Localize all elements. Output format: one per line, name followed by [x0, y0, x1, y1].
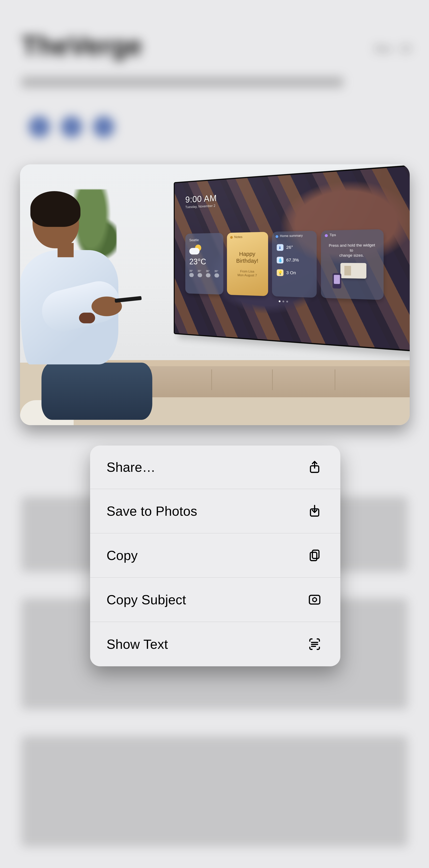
tips-dot-icon [325, 234, 328, 237]
menu-item-label: Save to Photos [107, 503, 197, 519]
home-dot-icon [276, 235, 278, 238]
home-row: 💡3 On [277, 269, 312, 277]
save-down-icon [305, 502, 324, 520]
light-icon: 💡 [277, 269, 284, 276]
note-from: From Lisa [231, 269, 263, 274]
note-dot-icon [230, 236, 233, 239]
tv-widget-tips: Tips Press and hold the widget tochange … [321, 229, 383, 300]
menu-item-label: Share… [107, 460, 155, 475]
menu-item-copy-subject[interactable]: Copy Subject [90, 577, 340, 622]
select-subject-icon [305, 590, 324, 609]
tv-clock-time: 9:00 AM [185, 193, 217, 205]
svg-rect-6 [309, 595, 320, 604]
menu-item-label: Copy [107, 548, 138, 563]
weather-icon [189, 245, 201, 256]
home-label: Home summary [280, 234, 303, 238]
svg-rect-4 [312, 550, 319, 558]
menu-item-share[interactable]: Share… [90, 445, 340, 489]
note-message: HappyBirthday! [231, 250, 263, 265]
weather-location: Seattle [189, 238, 219, 242]
note-date: Mon August 7 [231, 273, 263, 277]
blurred-subtitle [22, 77, 343, 88]
menu-item-label: Copy Subject [107, 592, 186, 608]
svg-point-7 [313, 598, 317, 602]
tips-illustration [330, 263, 374, 288]
tv-widget-pager [279, 301, 288, 303]
tv-widget-weather: Seattle 23°C 39° 35° 36° 35° [185, 233, 223, 295]
page-meta: Dec · 23 [374, 43, 411, 54]
live-text-icon [305, 635, 324, 653]
note-label: Notes [234, 235, 242, 239]
tv-widget-home: Home summary 🌡26° 💧67.3% 💡3 On [272, 231, 317, 298]
tips-label: Tips [330, 233, 336, 237]
share-icon [305, 458, 324, 476]
thermometer-icon: 🌡 [277, 244, 284, 251]
copy-icon [305, 546, 324, 565]
menu-item-label: Show Text [107, 637, 168, 652]
menu-item-save-to-photos[interactable]: Save to Photos [90, 489, 340, 533]
home-row: 🌡26° [277, 244, 312, 251]
scene-tv: 9:00 AM Tuesday, November 2 Seattle 23°C… [174, 164, 410, 353]
context-menu: Share… Save to Photos Copy Copy Subject … [90, 445, 340, 666]
blurred-background: TheVerge Dec · 23 [0, 0, 429, 868]
menu-item-copy[interactable]: Copy [90, 533, 340, 577]
weather-forecast: 39° 35° 36° 35° [189, 269, 219, 278]
home-row: 💧67.3% [277, 257, 312, 264]
tips-text: Press and hold the widget tochange sizes… [326, 243, 378, 258]
menu-item-show-text[interactable]: Show Text [90, 622, 340, 666]
image-preview[interactable]: 9:00 AM Tuesday, November 2 Seattle 23°C… [20, 164, 410, 425]
page-title: TheVerge [22, 30, 142, 61]
humidity-icon: 💧 [277, 257, 284, 264]
svg-rect-5 [310, 552, 317, 561]
blurred-share-chips [29, 116, 114, 137]
weather-temp: 23°C [189, 257, 219, 266]
tv-widget-note: Notes HappyBirthday! From Lisa Mon Augus… [227, 232, 268, 296]
tv-clock: 9:00 AM Tuesday, November 2 [185, 193, 217, 209]
scene-person [20, 189, 142, 425]
blurred-paragraph [22, 736, 407, 847]
